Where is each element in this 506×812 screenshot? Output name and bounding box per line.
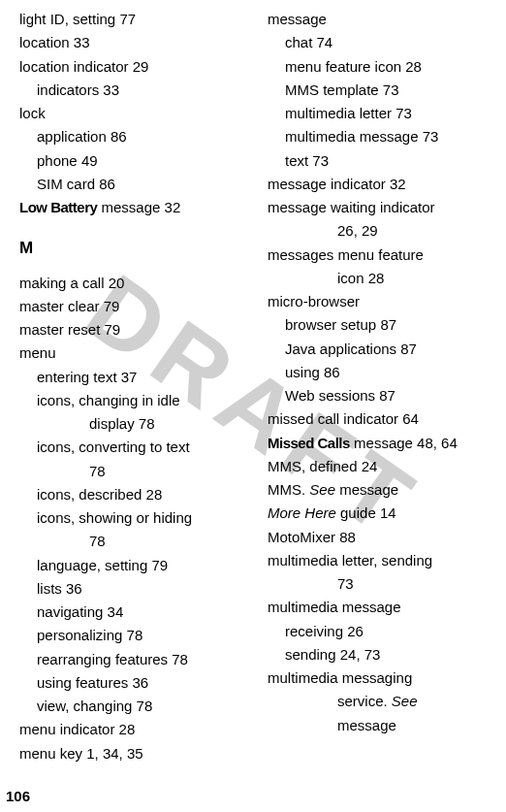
index-entry: sending 24, 73: [268, 643, 496, 666]
index-entry: using features 36: [19, 671, 248, 694]
index-entry: personalizing 78: [19, 624, 248, 646]
index-entry: receiving 26: [268, 620, 496, 642]
index-entry: chat 74: [268, 31, 496, 53]
index-entry: menu key 1, 34, 35: [19, 742, 248, 764]
index-entry: icons, changing in idle: [19, 389, 248, 411]
index-entry: messages menu feature: [268, 244, 496, 266]
index-entry: making a call 20: [19, 272, 248, 294]
entry-part: See: [309, 481, 335, 498]
index-entry: MMS. See message: [268, 478, 496, 501]
entry-part: service.: [337, 693, 392, 709]
index-entry: using 86: [268, 361, 496, 383]
index-entry: menu: [19, 341, 248, 364]
index-entry: MotoMixer 88: [268, 526, 496, 548]
index-entry: multimedia message: [268, 596, 496, 618]
index-entry: lock: [19, 102, 248, 124]
index-entry: multimedia letter, sending: [268, 549, 496, 571]
index-entry: master reset 79: [19, 318, 248, 341]
index-entry: 78: [19, 460, 248, 482]
index-entry: message waiting indicator: [268, 196, 496, 218]
index-entry: Low Battery message 32: [19, 196, 248, 218]
index-entry: rearranging features 78: [19, 648, 248, 670]
index-entry: message: [268, 8, 496, 30]
index-entry: multimedia letter 73: [268, 102, 496, 124]
entry-part: guide 14: [336, 504, 396, 521]
index-entry: indicators 33: [19, 79, 248, 101]
entry-part: message: [335, 481, 398, 498]
index-entry: missed call indicator 64: [268, 407, 496, 430]
right-column: messagechat 74menu feature icon 28MMS te…: [268, 8, 496, 765]
index-entry: location indicator 29: [19, 55, 248, 78]
index-entry: icons, converting to text: [19, 436, 248, 458]
index-entry: message indicator 32: [268, 173, 496, 195]
index-content: light ID, setting 77location 33location …: [0, 0, 506, 765]
index-entry: phone 49: [19, 149, 248, 172]
index-entry: lists 36: [19, 577, 248, 600]
index-entry: browser setup 87: [268, 313, 496, 336]
index-entry: 26, 29: [268, 219, 496, 242]
entry-prefix: Missed Calls: [268, 435, 350, 451]
index-entry: display 78: [19, 412, 248, 435]
index-entry: icons, showing or hiding: [19, 506, 248, 529]
entry-part: More Here: [268, 504, 336, 521]
index-entry: multimedia message 73: [268, 125, 496, 147]
index-entry: text 73: [268, 149, 496, 172]
index-entry: MMS, defined 24: [268, 455, 496, 477]
index-entry: service. See: [268, 690, 496, 712]
index-entry: entering text 37: [19, 366, 248, 388]
index-entry: location 33: [19, 31, 248, 53]
entry-part: See: [392, 693, 418, 709]
index-entry: icons, described 28: [19, 483, 248, 505]
index-entry: micro-browser: [268, 290, 496, 312]
index-entry: SIM card 86: [19, 173, 248, 195]
index-entry: 78: [19, 530, 248, 552]
index-entry: More Here guide 14: [268, 502, 496, 524]
index-entry: light ID, setting 77: [19, 8, 248, 30]
index-entry: navigating 34: [19, 601, 248, 623]
entry-prefix: Low Battery: [19, 199, 97, 215]
index-entry: 73: [268, 572, 496, 595]
index-entry: MMS template 73: [268, 79, 496, 101]
index-entry: Java applications 87: [268, 338, 496, 360]
index-entry: icon 28: [268, 267, 496, 289]
entry-part: MMS.: [268, 481, 309, 498]
left-column: light ID, setting 77location 33location …: [19, 8, 248, 765]
index-entry: Web sessions 87: [268, 384, 496, 406]
index-entry: menu indicator 28: [19, 718, 248, 740]
index-entry: multimedia messaging: [268, 666, 496, 689]
section-heading-m: M: [19, 236, 248, 261]
index-entry: Missed Calls message 48, 64: [268, 432, 496, 454]
index-entry: message: [268, 714, 496, 736]
index-entry: language, setting 79: [19, 554, 248, 576]
index-entry: menu feature icon 28: [268, 55, 496, 78]
index-entry: master clear 79: [19, 295, 248, 317]
index-entry: view, changing 78: [19, 695, 248, 717]
page-number: 106: [6, 788, 30, 804]
index-entry: application 86: [19, 125, 248, 147]
